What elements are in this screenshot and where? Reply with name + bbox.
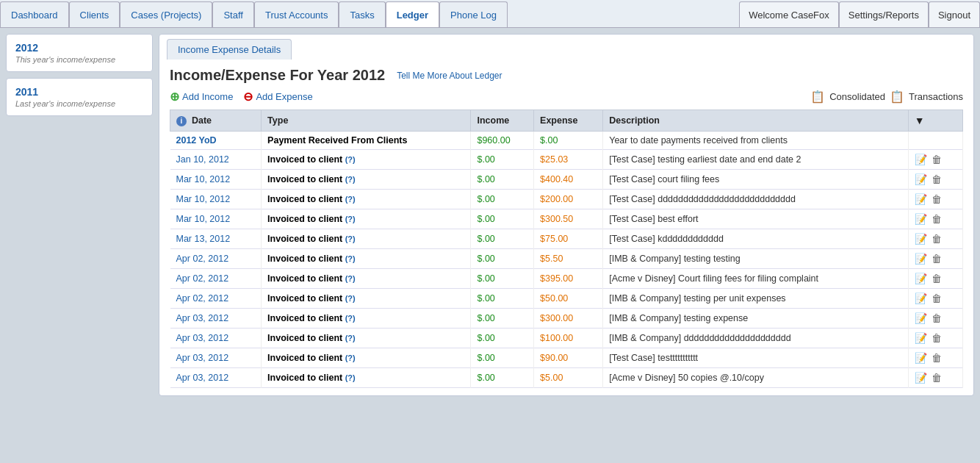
welcome-label: Welcome CaseFox — [739, 1, 839, 27]
help-icon[interactable]: (?) — [345, 195, 356, 204]
delete-icon[interactable]: 🗑 — [932, 253, 942, 265]
help-icon[interactable]: (?) — [345, 373, 356, 382]
edit-icon[interactable]: 📝 — [915, 253, 927, 265]
cell-actions: 📝🗑 — [908, 289, 962, 309]
add-income-button[interactable]: ⊕ Add Income — [170, 90, 233, 104]
nav-tab-phonelog[interactable]: Phone Log — [439, 1, 508, 27]
help-icon[interactable]: (?) — [345, 175, 356, 184]
sidebar-year-2011-label[interactable]: 2011 — [15, 86, 143, 98]
delete-icon[interactable]: 🗑 — [932, 193, 942, 205]
cell-type: Invoiced to client (?) — [262, 170, 471, 190]
transactions-button[interactable]: Transactions — [909, 91, 963, 102]
th-collapse[interactable]: ▼ — [908, 110, 962, 132]
page-title: Income/Expense For Year 2012 — [170, 67, 385, 84]
nav-tab-cases[interactable]: Cases (Projects) — [120, 1, 212, 27]
cell-date[interactable]: Apr 03, 2012 — [170, 329, 262, 348]
edit-icon[interactable]: 📝 — [915, 213, 927, 225]
cell-date[interactable]: Mar 10, 2012 — [170, 209, 262, 229]
delete-icon[interactable]: 🗑 — [932, 154, 942, 165]
nav-left: Dashboard Clients Cases (Projects) Staff… — [0, 0, 739, 27]
delete-icon[interactable]: 🗑 — [932, 273, 942, 284]
cell-actions: 📝🗑 — [908, 229, 962, 249]
help-icon[interactable]: (?) — [345, 294, 356, 303]
cell-date[interactable]: Apr 02, 2012 — [170, 249, 262, 269]
cell-date[interactable]: Mar 10, 2012 — [170, 170, 262, 190]
help-icon[interactable]: (?) — [345, 274, 356, 283]
delete-icon[interactable]: 🗑 — [932, 372, 942, 384]
delete-icon[interactable]: 🗑 — [932, 352, 942, 364]
action-left: ⊕ Add Income ⊖ Add Expense — [170, 90, 313, 104]
edit-icon[interactable]: 📝 — [915, 233, 927, 245]
delete-icon[interactable]: 🗑 — [932, 312, 942, 324]
cell-expense: $75.00 — [534, 229, 603, 249]
cell-description: Year to date payments received from clie… — [603, 132, 908, 150]
consolidated-button[interactable]: Consolidated — [829, 91, 885, 102]
table-row: 2012 YoDPayment Received From Clients$96… — [170, 132, 963, 150]
nav-tab-dashboard[interactable]: Dashboard — [0, 1, 69, 27]
cell-date[interactable]: Apr 03, 2012 — [170, 309, 262, 329]
cell-date[interactable]: Apr 02, 2012 — [170, 289, 262, 309]
help-icon[interactable]: (?) — [345, 155, 356, 164]
cell-type: Invoiced to client (?) — [262, 309, 471, 329]
cell-date[interactable]: Apr 03, 2012 — [170, 368, 262, 388]
nav-tab-tasks[interactable]: Tasks — [339, 1, 385, 27]
help-icon[interactable]: (?) — [345, 353, 356, 362]
cell-type: Invoiced to client (?) — [262, 289, 471, 309]
cell-date[interactable]: Jan 10, 2012 — [170, 150, 262, 170]
cell-type: Invoiced to client (?) — [262, 269, 471, 289]
cell-income: $.00 — [471, 368, 534, 388]
edit-icon[interactable]: 📝 — [915, 332, 927, 344]
edit-icon[interactable]: 📝 — [915, 173, 927, 185]
edit-icon[interactable]: 📝 — [915, 372, 927, 384]
cell-income: $.00 — [471, 348, 534, 368]
content-tab[interactable]: Income Expense Details — [167, 39, 292, 60]
sidebar-year-2012-sub: This year's income/expense — [15, 55, 143, 64]
info-icon[interactable]: i — [176, 116, 187, 126]
cell-date[interactable]: Apr 03, 2012 — [170, 348, 262, 368]
edit-icon[interactable]: 📝 — [915, 193, 927, 205]
cell-income: $.00 — [471, 329, 534, 348]
help-icon[interactable]: (?) — [345, 314, 356, 323]
nav-tab-trust[interactable]: Trust Accounts — [254, 1, 339, 27]
delete-icon[interactable]: 🗑 — [932, 233, 942, 245]
delete-icon[interactable]: 🗑 — [932, 173, 942, 185]
nav-tab-ledger[interactable]: Ledger — [386, 1, 439, 27]
delete-icon[interactable]: 🗑 — [932, 332, 942, 344]
cell-date[interactable]: Apr 02, 2012 — [170, 269, 262, 289]
edit-icon[interactable]: 📝 — [915, 292, 927, 304]
sidebar-year-2012[interactable]: 2012 This year's income/expense — [6, 34, 153, 72]
cell-income: $.00 — [471, 190, 534, 209]
table-row: Apr 02, 2012Invoiced to client (?)$.00$5… — [170, 249, 963, 269]
cell-type: Invoiced to client (?) — [262, 249, 471, 269]
content-panel: Income Expense Details Income/Expense Fo… — [159, 34, 974, 396]
help-icon[interactable]: (?) — [345, 254, 356, 263]
cell-income: $.00 — [471, 309, 534, 329]
cell-description: [IMB & Company] testing testing — [603, 249, 908, 269]
cell-expense: $300.50 — [534, 209, 603, 229]
cell-date[interactable]: Mar 10, 2012 — [170, 190, 262, 209]
cell-type: Invoiced to client (?) — [262, 209, 471, 229]
settings-reports-button[interactable]: Settings/Reports — [839, 1, 929, 27]
cell-date[interactable]: 2012 YoD — [170, 132, 262, 150]
cell-actions: 📝🗑 — [908, 190, 962, 209]
edit-icon[interactable]: 📝 — [915, 352, 927, 364]
nav-tab-clients[interactable]: Clients — [69, 1, 120, 27]
sidebar-year-2012-label[interactable]: 2012 — [15, 42, 143, 54]
cell-description: [IMB & Company] testing expense — [603, 309, 908, 329]
signout-button[interactable]: Signout — [929, 1, 980, 27]
help-icon[interactable]: (?) — [345, 215, 356, 223]
tell-more-link[interactable]: Tell Me More About Ledger — [397, 71, 502, 81]
delete-icon[interactable]: 🗑 — [932, 213, 942, 225]
add-expense-button[interactable]: ⊖ Add Expense — [243, 90, 312, 104]
help-icon[interactable]: (?) — [345, 334, 356, 342]
delete-icon[interactable]: 🗑 — [932, 292, 942, 304]
help-icon[interactable]: (?) — [345, 234, 356, 243]
edit-icon[interactable]: 📝 — [915, 154, 927, 165]
table-row: Apr 03, 2012Invoiced to client (?)$.00$5… — [170, 368, 963, 388]
edit-icon[interactable]: 📝 — [915, 273, 927, 284]
nav-tab-staff[interactable]: Staff — [212, 1, 254, 27]
cell-actions: 📝🗑 — [908, 150, 962, 170]
cell-date[interactable]: Mar 13, 2012 — [170, 229, 262, 249]
edit-icon[interactable]: 📝 — [915, 312, 927, 324]
sidebar-year-2011[interactable]: 2011 Last year's income/expense — [6, 78, 153, 116]
